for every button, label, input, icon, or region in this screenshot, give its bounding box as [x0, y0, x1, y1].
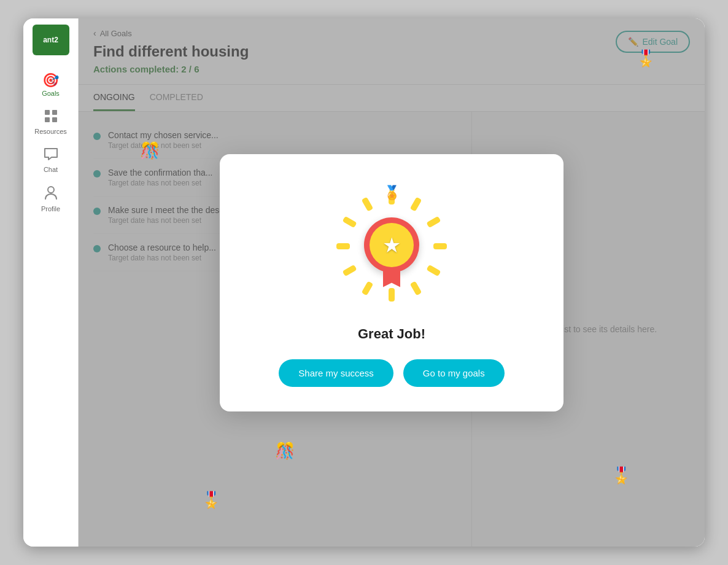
- sidebar-item-resources[interactable]: Resources: [23, 103, 78, 141]
- medal-star-icon: ★: [382, 233, 401, 257]
- profile-icon: [44, 185, 58, 203]
- svg-rect-8: [433, 243, 447, 249]
- float-emoji-2: 🎖️: [201, 491, 221, 510]
- main-content: ‹ All Goals Find different housing Actio…: [79, 18, 705, 547]
- sidebar-item-chat[interactable]: Chat: [23, 141, 78, 179]
- svg-rect-11: [389, 288, 395, 302]
- svg-point-4: [48, 187, 54, 193]
- float-emoji-4: 🎊: [140, 141, 160, 160]
- svg-rect-6: [410, 197, 422, 211]
- medal-outer-circle: ★: [364, 217, 419, 273]
- svg-rect-14: [336, 243, 350, 249]
- medal-ribbon: [383, 270, 400, 287]
- app-container: ant2 🎯 Goals Resources: [23, 18, 705, 547]
- sidebar-goals-label: Goals: [42, 90, 60, 97]
- go-to-goals-button[interactable]: Go to my goals: [403, 359, 505, 387]
- modal-buttons: Share my success Go to my goals: [279, 359, 504, 387]
- share-success-button[interactable]: Share my success: [279, 359, 393, 387]
- float-emoji-5: 🎊: [275, 442, 295, 461]
- sidebar: ant2 🎯 Goals Resources: [23, 18, 79, 547]
- svg-rect-15: [343, 216, 357, 228]
- float-emoji-3: 🎖️: [611, 466, 631, 485]
- float-emoji-1: 🎖️: [636, 49, 656, 68]
- medal-body: ★: [364, 217, 419, 287]
- svg-rect-2: [45, 117, 50, 122]
- medal-string: 🏅: [384, 185, 400, 201]
- svg-rect-16: [362, 197, 374, 211]
- svg-rect-9: [426, 264, 441, 276]
- modal-overlay[interactable]: 🎖️ 🎖️ 🎖️ 🎊 🎊: [79, 18, 705, 547]
- svg-rect-7: [426, 216, 441, 228]
- svg-rect-13: [343, 264, 357, 276]
- sidebar-resources-label: Resources: [34, 128, 67, 135]
- medal-inner-circle: ★: [370, 223, 414, 267]
- svg-rect-1: [52, 110, 57, 115]
- goals-icon: 🎯: [42, 74, 59, 87]
- medal-graphic: 🏅 ★: [336, 185, 447, 308]
- resources-icon: [44, 109, 58, 125]
- sidebar-chat-label: Chat: [44, 166, 58, 173]
- modal-title: Great Job!: [358, 326, 425, 342]
- sidebar-item-profile[interactable]: Profile: [23, 179, 78, 219]
- sidebar-profile-label: Profile: [41, 205, 60, 212]
- sidebar-item-goals[interactable]: 🎯 Goals: [23, 68, 78, 103]
- success-modal: 🏅 ★ Great Job! Share my success: [220, 154, 563, 411]
- svg-rect-3: [52, 117, 57, 122]
- svg-rect-0: [45, 110, 50, 115]
- brand-logo: ant2: [33, 25, 69, 55]
- chat-icon: [44, 147, 58, 163]
